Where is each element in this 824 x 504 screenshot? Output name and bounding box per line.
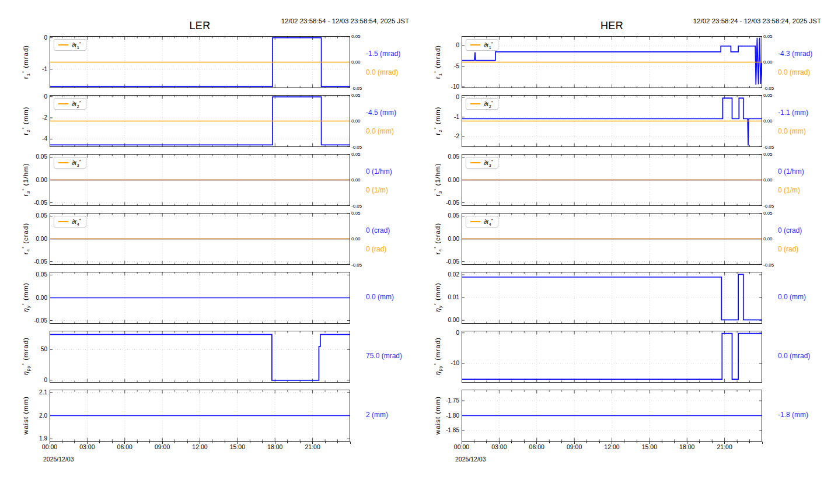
x-tick-mark	[561, 442, 562, 443]
x-tick-mark	[486, 442, 487, 443]
legend-r4: ∂r4*	[466, 216, 498, 228]
x-tick-label: 15:00	[225, 443, 250, 450]
y-axis-label-r1: r1* (mrad)	[22, 45, 29, 79]
x-tick-mark	[74, 442, 75, 443]
plot-canvas-r1	[50, 36, 350, 88]
y-tick-label: 0.00	[412, 236, 459, 243]
x-tick-label: 18:00	[262, 443, 288, 450]
right-tick-label: 0.05	[351, 211, 375, 216]
readout-ny-blue: 0.0 (mm)	[778, 293, 824, 301]
x-tick-mark	[712, 442, 713, 443]
legend-label: ∂r3*	[72, 159, 81, 166]
y-tick-label: 0.00	[0, 236, 47, 243]
plot-canvas-npy	[462, 331, 762, 383]
plot-canvas-waist	[462, 390, 762, 442]
y-tick-label: 0	[0, 34, 47, 41]
plot-canvas-r1	[462, 36, 762, 88]
legend-r1: ∂r1*	[54, 39, 86, 51]
y-tick-label: 0.01	[412, 294, 459, 301]
readout-r2-blue: -4.5 (mm)	[366, 108, 413, 117]
subplot-ler-r4: r4* (crad)0.050.00-0.050.050.00-0.05∂r4*…	[0, 213, 412, 265]
right-tick-label: -0.05	[351, 145, 375, 150]
legend-line-sample	[58, 162, 68, 163]
right-tick-label: 0.05	[351, 152, 375, 157]
readout-r1-blue: -1.5 (mrad)	[366, 50, 413, 58]
readout-r2-orange: 0.0 (mm)	[366, 127, 413, 135]
plot-canvas-npy	[50, 331, 350, 383]
readout-r1-orange: 0.0 (mrad)	[778, 68, 824, 76]
y-tick-label: 0.05	[0, 212, 47, 219]
legend-label: ∂r4*	[484, 218, 493, 225]
x-tick-mark	[325, 442, 326, 443]
plot-canvas-r3	[462, 154, 762, 206]
right-tick-label: -0.05	[351, 204, 375, 209]
y-tick-label: 0.02	[412, 271, 459, 278]
y-tick-label: -1.85	[412, 427, 459, 434]
legend-label: ∂r1*	[484, 41, 493, 48]
right-tick-label: 0.00	[763, 60, 787, 65]
y-axis-label-npy: ηpy* (mrad)	[22, 337, 30, 376]
readout-waist-blue: -1.8 (mm)	[778, 411, 824, 419]
right-tick-label: -0.05	[763, 262, 787, 268]
x-tick-mark	[462, 442, 462, 444]
right-tick-label: 0.00	[763, 118, 787, 124]
subplot-ler-r1: r1* (mrad)0-10.050.00-0.05∂r1*-1.5 (mrad…	[0, 36, 412, 88]
plot-canvas-ny	[50, 272, 350, 324]
y-tick-label: 50	[0, 346, 47, 353]
subplot-ler-ny: ηy* (mm)0.050.00-0.050.0 (mm)	[0, 272, 412, 324]
x-tick-mark	[574, 442, 575, 444]
plot-canvas-r2	[462, 95, 762, 147]
readout-r1-blue: -4.3 (mrad)	[778, 50, 824, 58]
legend-line-sample	[470, 162, 480, 163]
y-tick-label: -0.05	[0, 200, 47, 206]
readout-r3-orange: 0 (1/m)	[366, 186, 413, 194]
x-tick-mark	[149, 442, 150, 443]
subplot-her-waist: waist (mm)-1.75-1.80-1.85-1.8 (mm)	[412, 390, 824, 442]
y-tick-label: -0.05	[0, 317, 47, 324]
readout-waist-blue: 2 (mm)	[366, 411, 413, 419]
x-tick-mark	[200, 442, 200, 444]
right-tick-label: 0.05	[763, 152, 787, 157]
y-axis-label-npy: ηpy* (mrad)	[434, 337, 442, 376]
x-tick-mark	[287, 442, 288, 443]
subplot-her-r3: r3* (1/hm)0.050.00-0.050.050.00-0.05∂r3*…	[412, 154, 824, 206]
optics-monitor-app: LER 12/02 23:58:54 - 12/03 23:58:54, 202…	[0, 0, 824, 504]
x-tick-mark	[62, 442, 62, 443]
y-tick-label: -10	[412, 83, 459, 90]
legend-label: ∂r1*	[72, 41, 81, 48]
readout-ny-blue: 0.0 (mm)	[366, 293, 413, 301]
x-tick-mark	[300, 442, 301, 443]
right-tick-label: -0.05	[351, 86, 375, 91]
x-tick-mark	[337, 442, 338, 443]
x-tick-label: 12:00	[187, 443, 213, 450]
plot-canvas-r2	[50, 95, 350, 147]
x-tick-mark	[524, 442, 525, 443]
legend-r4: ∂r4*	[54, 216, 86, 228]
readout-r4-orange: 0 (rad)	[778, 245, 824, 253]
y-tick-label: 0	[412, 94, 459, 101]
plot-canvas-waist	[50, 390, 350, 442]
x-tick-label: 00:00	[449, 443, 474, 450]
readout-r3-blue: 0 (1/hm)	[366, 167, 413, 176]
x-tick-mark	[762, 442, 763, 444]
x-tick-mark	[549, 442, 550, 443]
x-tick-mark	[724, 442, 725, 444]
readout-r2-orange: 0.0 (mm)	[778, 127, 824, 135]
legend-line-sample	[58, 44, 68, 46]
legend-r3: ∂r3*	[54, 157, 86, 169]
y-tick-label: -4	[0, 135, 47, 142]
x-tick-mark	[687, 442, 687, 444]
x-tick-label: 09:00	[149, 443, 175, 450]
x-tick-mark	[612, 442, 612, 444]
x-tick-mark	[137, 442, 138, 443]
x-axis-date: 2025/12/03	[43, 456, 74, 463]
y-tick-label: -0.05	[412, 258, 459, 265]
x-tick-mark	[474, 442, 474, 443]
y-tick-label: 0	[0, 93, 47, 100]
subplot-her-r4: r4* (crad)0.050.00-0.050.050.00-0.05∂r4*…	[412, 213, 824, 265]
right-tick-label: 0.05	[763, 93, 787, 98]
x-tick-mark	[637, 442, 637, 443]
right-tick-label: -0.05	[763, 204, 787, 209]
subplot-her-npy: ηpy* (mrad)0-100.0 (mrad)	[412, 331, 824, 383]
legend-label: ∂r2*	[484, 100, 493, 107]
